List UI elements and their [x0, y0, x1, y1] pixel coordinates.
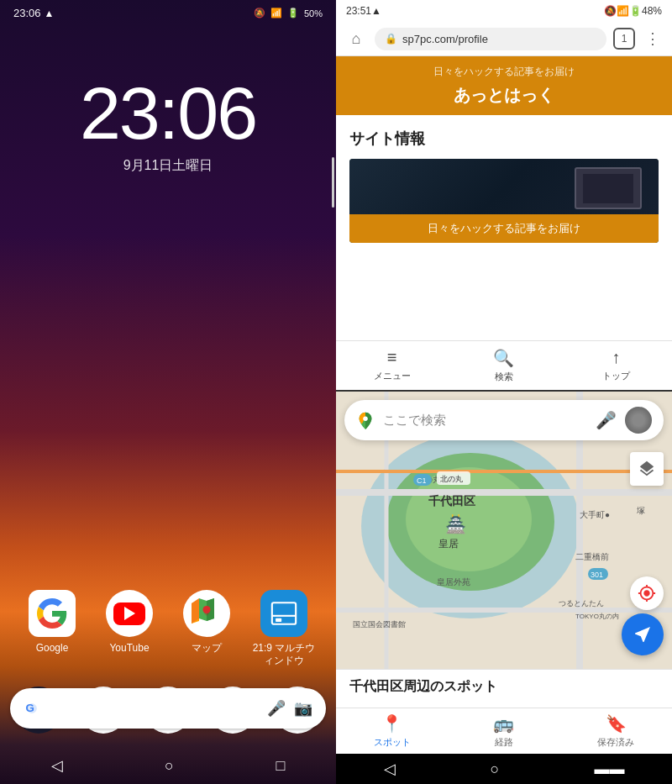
left-time: 23:06 [13, 7, 41, 19]
maps-tab-spots[interactable]: 📍 スポット [336, 713, 448, 749]
svg-text:二重橋前: 二重橋前 [575, 552, 609, 561]
maps-tab-saved[interactable]: 🔖 保存済み [560, 713, 672, 749]
maps-location-button[interactable] [630, 576, 664, 610]
maps-home-button[interactable]: ○ [491, 760, 500, 778]
home-button[interactable]: ○ [165, 757, 174, 775]
svg-text:皇居外苑: 皇居外苑 [437, 577, 470, 587]
browser-content: 日々をハックする記事をお届け あっとはっく サイト情報 日々をハックする記事をお… [336, 56, 672, 340]
right-panel: 23:51 ▲ 🔕 📶 🔋 48% ⌂ 🔒 sp7pc.com/profile … [336, 0, 672, 784]
browser-tab-count[interactable]: 1 [613, 28, 635, 50]
left-status-right: 🔕 📶 🔋 50% [254, 8, 323, 18]
banner-sub-text: 日々をハックする記事をお届け [349, 65, 659, 79]
top-icon: ↑ [612, 348, 620, 367]
youtube-icon-wrapper [106, 590, 153, 637]
app-youtube[interactable]: YouTube [96, 590, 163, 666]
svg-text:🏯: 🏯 [445, 514, 466, 534]
browser-menu-button[interactable]: ⋮ [642, 28, 664, 50]
route-label: 経路 [495, 736, 513, 749]
clock-container: 23:06 9月11日土曜日 [0, 26, 336, 175]
maps-navigation-button[interactable] [622, 613, 664, 655]
left-status-bar: 23:06 ▲ 🔕 📶 🔋 50% [0, 0, 336, 26]
browser-bottom-nav: ≡ メニュー 🔍 検索 ↑ トップ [336, 340, 672, 390]
maps-nearby-title: 千代田区周辺のスポット [349, 678, 659, 696]
clock-time: 23:06 [80, 76, 256, 150]
search-icon: 🔍 [493, 348, 514, 368]
alert-icon: ▲ [45, 8, 55, 19]
svg-rect-3 [276, 618, 281, 622]
app-maps[interactable]: マップ [173, 590, 240, 666]
voice-search-icon[interactable]: 🎤 [267, 699, 286, 718]
maps-nav-bar: ◁ ○ ▬▬ [336, 754, 672, 784]
browser-home-button[interactable]: ⌂ [344, 27, 368, 50]
voice-input-icon[interactable]: 🎤 [596, 410, 617, 430]
browser-nav-menu[interactable]: ≡ メニュー [336, 341, 448, 390]
back-button[interactable]: ◁ [51, 756, 63, 775]
browser-battery-pct: 48% [642, 5, 662, 17]
maps-logo [356, 411, 375, 429]
saved-icon: 🔖 [606, 713, 627, 734]
left-panel: 23:06 ▲ 🔕 📶 🔋 50% 23:06 9月11日土曜日 [0, 0, 336, 784]
battery-left-icon: 🔋 [287, 8, 299, 18]
svg-point-46 [363, 416, 368, 421]
left-nav-bar: ◁ ○ □ [0, 747, 336, 784]
maps-layers-button[interactable] [630, 452, 664, 486]
clock-date: 9月11日土曜日 [123, 157, 213, 175]
svg-text:つるとんたん: つるとんたん [559, 599, 604, 608]
left-search-bar[interactable]: G 🎤 📷 [10, 688, 326, 729]
maps-search-bar[interactable]: ここで検索 🎤 [344, 400, 664, 440]
left-search-bar-wrapper: G 🎤 📷 [0, 688, 336, 729]
mute-icon: 🔕 [254, 8, 265, 18]
top-label: トップ [602, 370, 630, 382]
browser-url-bar[interactable]: 🔒 sp7pc.com/profile [375, 28, 606, 50]
saved-label: 保存済み [597, 736, 634, 749]
battery-left-pct: 50% [304, 8, 323, 18]
google-search-logo: G [24, 700, 40, 717]
maps-search-placeholder: ここで検索 [383, 413, 587, 429]
maps-section: 千代田区 🏯 皇居 北の丸公園 大手町● 二重橋前 皇居外苑 国立国会 [336, 392, 672, 784]
orange-banner: 日々をハックする記事をお届け あっとはっく [336, 56, 672, 115]
browser-wifi-icon: 📶 [617, 5, 629, 17]
lock-icon: 🔒 [385, 33, 397, 45]
svg-text:北の丸: 北の丸 [440, 475, 463, 483]
browser-battery-icon: 🔋 [629, 5, 642, 17]
browser-section: 23:51 ▲ 🔕 📶 🔋 48% ⌂ 🔒 sp7pc.com/profile … [336, 0, 672, 392]
map-view[interactable]: 千代田区 🏯 皇居 北の丸公園 大手町● 二重橋前 皇居外苑 国立国会 [336, 392, 672, 669]
browser-status-alert: ▲ [371, 5, 381, 17]
search-label: 検索 [495, 371, 513, 383]
maps-bottom-tabs: 📍 スポット 🚌 経路 🔖 保存済み [336, 708, 672, 754]
youtube-label: YouTube [109, 642, 149, 654]
app-multiwindow[interactable]: 21:9 マルチウィンドウ [250, 590, 318, 666]
site-preview-image: 日々をハックする記事をお届け [349, 159, 659, 243]
svg-text:千代田区: 千代田区 [428, 494, 475, 508]
svg-text:301: 301 [591, 571, 603, 579]
browser-mute-icon: 🔕 [604, 5, 617, 17]
svg-text:G: G [26, 702, 34, 714]
maps-app-label: マップ [192, 642, 222, 654]
site-info-section: サイト情報 日々をハックする記事をお届け [336, 115, 672, 256]
wifi-icon: 📶 [270, 8, 282, 18]
user-avatar[interactable] [625, 407, 652, 434]
maps-recent-button[interactable]: ▬▬ [594, 760, 624, 778]
google-icon [29, 590, 76, 637]
svg-text:塚: 塚 [636, 506, 645, 515]
svg-text:大手町●: 大手町● [580, 510, 610, 519]
app-grid: Google YouTube [0, 590, 336, 666]
app-google[interactable]: Google [18, 590, 86, 666]
youtube-icon [113, 602, 145, 625]
lens-icon[interactable]: 📷 [294, 699, 312, 718]
maps-back-button[interactable]: ◁ [384, 760, 396, 778]
left-status-left: 23:06 ▲ [13, 7, 54, 19]
browser-nav-top[interactable]: ↑ トップ [560, 341, 672, 390]
browser-toolbar: ⌂ 🔒 sp7pc.com/profile 1 ⋮ [336, 22, 672, 56]
browser-url: sp7pc.com/profile [402, 33, 488, 45]
browser-nav-search[interactable]: 🔍 検索 [448, 341, 559, 390]
scroll-indicator [332, 157, 334, 208]
maps-nearby-section: 千代田区周辺のスポット [336, 669, 672, 708]
svg-text:国立国会図書館: 国立国会図書館 [353, 620, 406, 629]
recent-button[interactable]: □ [276, 757, 285, 775]
google-label: Google [36, 642, 69, 654]
youtube-play-triangle [124, 607, 135, 620]
maps-tab-route[interactable]: 🚌 経路 [448, 713, 559, 749]
multiwindow-icon [260, 590, 307, 637]
browser-time: 23:51 [346, 5, 371, 17]
